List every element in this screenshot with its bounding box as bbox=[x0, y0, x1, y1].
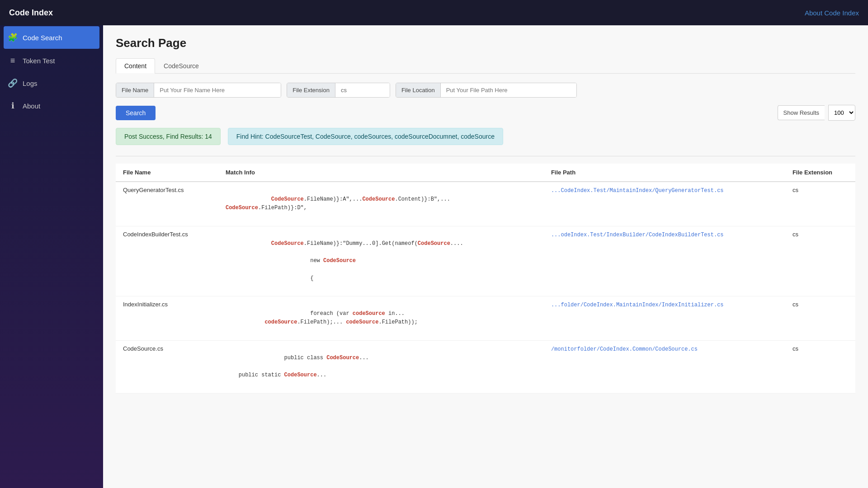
puzzle-icon: 🧩 bbox=[7, 33, 18, 42]
status-row: Post Success, Find Results: 14 Find Hint… bbox=[116, 128, 855, 145]
table-row: CodeIndexBuilderTest.cs CodeSource.FileN… bbox=[116, 226, 855, 296]
show-results-label: Show Results bbox=[778, 105, 825, 120]
file-name-group: File Name bbox=[116, 83, 281, 98]
file-name-input[interactable] bbox=[154, 83, 281, 97]
sidebar-item-token-test-label: Token Test bbox=[23, 57, 55, 65]
cell-file-path: ...odeIndex.Test/IndexBuilder/CodeIndexB… bbox=[544, 226, 785, 296]
search-button[interactable]: Search bbox=[116, 106, 156, 120]
top-bar: Code Index About Code Index bbox=[0, 0, 868, 25]
sidebar-item-code-search[interactable]: 🧩 Code Search bbox=[4, 26, 99, 49]
action-row: Search Show Results 10 25 50 100 200 bbox=[116, 105, 855, 121]
cell-match-info: foreach (var codeSource in... codeSource… bbox=[218, 296, 544, 341]
cell-file-name: QueryGeneratorTest.cs bbox=[116, 182, 218, 226]
results-table: File Name Match Info File Path File Exte… bbox=[116, 164, 855, 394]
file-ext-group: File Extension bbox=[287, 83, 390, 98]
table-row: QueryGeneratorTest.cs CodeSource.FileNam… bbox=[116, 182, 855, 226]
file-ext-label: File Extension bbox=[287, 83, 335, 97]
show-results-group: Show Results 10 25 50 100 200 bbox=[778, 105, 855, 121]
cell-file-path: /monitorfolder/CodeIndex.Common/CodeSour… bbox=[544, 340, 785, 393]
cell-ext: cs bbox=[785, 182, 855, 226]
main-layout: 🧩 Code Search ≡ Token Test 🔗 Logs ℹ Abou… bbox=[0, 25, 868, 488]
sidebar-item-code-search-label: Code Search bbox=[23, 34, 62, 42]
search-form: File Name File Extension File Location bbox=[116, 83, 855, 98]
tab-codesource[interactable]: CodeSource bbox=[155, 58, 208, 74]
table-row: IndexInitializer.cs foreach (var codeSou… bbox=[116, 296, 855, 341]
cell-match-info: CodeSource.FileName)}:"Dummy...0].Get(na… bbox=[218, 226, 544, 296]
sidebar-item-about[interactable]: ℹ About bbox=[0, 94, 103, 117]
token-icon: ≡ bbox=[7, 56, 18, 66]
about-code-index-link[interactable]: About Code Index bbox=[805, 9, 859, 17]
sidebar: 🧩 Code Search ≡ Token Test 🔗 Logs ℹ Abou… bbox=[0, 25, 103, 488]
sidebar-item-logs-label: Logs bbox=[23, 80, 38, 87]
sidebar-item-token-test[interactable]: ≡ Token Test bbox=[0, 50, 103, 72]
show-results-select[interactable]: 10 25 50 100 200 bbox=[828, 105, 855, 121]
logs-icon: 🔗 bbox=[7, 78, 18, 88]
table-header-row: File Name Match Info File Path File Exte… bbox=[116, 164, 855, 182]
app-title: Code Index bbox=[9, 8, 53, 18]
status-success-badge: Post Success, Find Results: 14 bbox=[116, 128, 221, 145]
cell-match-info: public class CodeSource... public static… bbox=[218, 340, 544, 393]
content-area: Search Page Content CodeSource File Name… bbox=[103, 25, 868, 488]
col-file-path: File Path bbox=[544, 164, 785, 182]
file-path-link[interactable]: /monitorfolder/CodeIndex.Common/CodeSour… bbox=[551, 346, 698, 352]
cell-file-path: ...folder/CodeIndex.MaintainIndex/IndexI… bbox=[544, 296, 785, 341]
col-file-ext: File Extension bbox=[785, 164, 855, 182]
cell-file-name: CodeSource.cs bbox=[116, 340, 218, 393]
divider bbox=[116, 156, 855, 156]
file-loc-group: File Location bbox=[396, 83, 577, 98]
table-row: CodeSource.cs public class CodeSource...… bbox=[116, 340, 855, 393]
file-path-link[interactable]: ...CodeIndex.Test/MaintainIndex/QueryGen… bbox=[551, 188, 724, 194]
cell-file-name: IndexInitializer.cs bbox=[116, 296, 218, 341]
cell-match-info: CodeSource.FileName)}:A",...CodeSource.C… bbox=[218, 182, 544, 226]
file-path-link[interactable]: ...folder/CodeIndex.MaintainIndex/IndexI… bbox=[551, 302, 724, 308]
cell-ext: cs bbox=[785, 296, 855, 341]
sidebar-item-logs[interactable]: 🔗 Logs bbox=[0, 72, 103, 94]
file-loc-input[interactable] bbox=[441, 83, 576, 97]
tabs: Content CodeSource bbox=[116, 58, 855, 74]
file-name-label: File Name bbox=[116, 83, 154, 97]
info-icon: ℹ bbox=[7, 101, 18, 111]
cell-ext: cs bbox=[785, 226, 855, 296]
page-title: Search Page bbox=[116, 36, 855, 50]
status-hint-badge: Find Hint: CodeSourceTest, CodeSource, c… bbox=[228, 128, 503, 145]
sidebar-item-about-label: About bbox=[23, 102, 40, 110]
file-path-link[interactable]: ...odeIndex.Test/IndexBuilder/CodeIndexB… bbox=[551, 232, 724, 238]
file-ext-input[interactable] bbox=[335, 83, 390, 97]
tab-content[interactable]: Content bbox=[116, 58, 155, 74]
col-match-info: Match Info bbox=[218, 164, 544, 182]
cell-file-name: CodeIndexBuilderTest.cs bbox=[116, 226, 218, 296]
col-file-name: File Name bbox=[116, 164, 218, 182]
cell-ext: cs bbox=[785, 340, 855, 393]
cell-file-path: ...CodeIndex.Test/MaintainIndex/QueryGen… bbox=[544, 182, 785, 226]
file-loc-label: File Location bbox=[396, 83, 441, 97]
